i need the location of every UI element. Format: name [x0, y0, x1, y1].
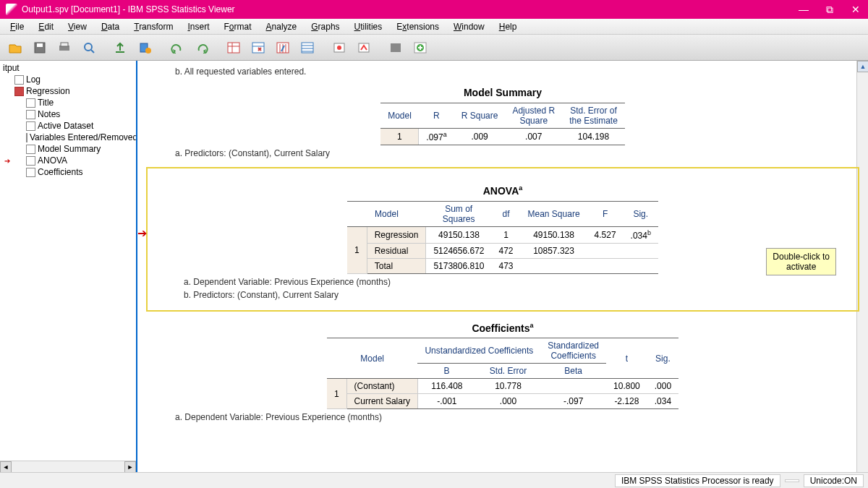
menubar: File Edit View Data Transform Insert For… [0, 19, 868, 35]
titlebar: Output1.spv [Document1] - IBM SPSS Stati… [0, 0, 868, 19]
tree-output[interactable]: itput [1, 62, 135, 74]
tree-coefficients[interactable]: Coefficients [1, 166, 135, 178]
menu-data[interactable]: Data [94, 20, 127, 33]
designate-icon[interactable] [328, 38, 350, 58]
tree-log[interactable]: Log [1, 74, 135, 85]
ms-hdr-model: Model [380, 103, 419, 129]
an-label-reg: Regression [367, 226, 426, 243]
toolbar [0, 35, 868, 61]
an-hdr-sig: Sig. [624, 201, 658, 226]
menu-transform[interactable]: Transform [127, 20, 180, 33]
model-summary-table[interactable]: Model R R Square Adjusted RSquare Std. E… [380, 103, 625, 145]
an-tot-sig [624, 258, 658, 273]
anova-foot-a: a. Dependent Variable: Previous Experien… [184, 277, 851, 287]
svg-line-5 [91, 50, 94, 53]
tree-active-dataset[interactable]: Active Dataset [1, 120, 135, 132]
menu-analyze[interactable]: Analyze [259, 20, 305, 33]
menu-insert[interactable]: Insert [180, 20, 216, 33]
cf-const-b: 116.408 [417, 379, 475, 394]
page-icon [14, 75, 24, 85]
page-icon [26, 121, 35, 131]
svg-point-19 [337, 46, 341, 50]
tree-anova[interactable]: ANOVA [1, 155, 135, 166]
cf-const-sig: .000 [647, 379, 678, 394]
page-icon [26, 156, 35, 166]
scroll-up-icon[interactable]: ▲ [857, 61, 868, 72]
scroll-right-icon[interactable]: ► [124, 461, 136, 472]
menu-graphs[interactable]: Graphs [304, 20, 346, 33]
open-icon[interactable] [4, 38, 26, 58]
undo-icon[interactable] [166, 38, 188, 58]
menu-file[interactable]: File [3, 20, 31, 33]
main-area: itput Log Regression Title Notes Active … [0, 61, 868, 472]
an-hdr-model: Model [347, 201, 426, 226]
close-button[interactable]: ✕ [849, 3, 862, 16]
menu-extensions[interactable]: Extensions [389, 20, 446, 33]
sidebar-hscroll[interactable]: ◄ ► [0, 461, 136, 472]
cf-label-const: (Constant) [346, 379, 417, 394]
an-res-df: 472 [491, 243, 520, 258]
cf-hdr-beta: Beta [540, 364, 606, 379]
ms-hdr-r: R [419, 103, 454, 129]
ms-r: .097a [419, 129, 454, 145]
cf-cs-sig: .034 [647, 394, 678, 409]
cf-hdr-model: Model [327, 338, 418, 379]
tree-model-summary[interactable]: Model Summary [1, 143, 135, 155]
goto-case-icon[interactable] [247, 38, 269, 58]
an-tot-df: 473 [491, 258, 520, 273]
an-reg-sig: .034b [624, 226, 658, 243]
print-icon[interactable] [54, 38, 75, 58]
launch-icon[interactable] [353, 38, 375, 58]
ms-hdr-adj: Adjusted RSquare [505, 103, 562, 129]
status-processor: IBM SPSS Statistics Processor is ready [615, 474, 780, 487]
menu-edit[interactable]: Edit [31, 20, 61, 33]
coefficients-table[interactable]: Model Unstandardized Coefficients Standa… [327, 338, 678, 409]
svg-rect-1 [37, 43, 43, 47]
page-icon [26, 145, 35, 154]
cf-hdr-b: B [417, 364, 475, 379]
svg-point-4 [85, 43, 92, 51]
ms-hdr-r2: R Square [454, 103, 506, 129]
cf-cs-beta: -.097 [540, 394, 606, 409]
an-tot-f [587, 258, 624, 273]
recall-icon[interactable] [135, 38, 156, 58]
minimize-button[interactable]: — [797, 3, 810, 16]
tree-vars-entered[interactable]: Variables Entered/Removed [1, 132, 135, 143]
anova-foot-b: b. Predictors: (Constant), Current Salar… [184, 290, 851, 300]
an-reg-df: 1 [491, 226, 520, 243]
menu-help[interactable]: Help [492, 20, 524, 33]
cf-model: 1 [327, 379, 346, 409]
svg-rect-8 [228, 43, 239, 53]
menu-format[interactable]: Format [217, 20, 259, 33]
outline-pane[interactable]: itput Log Regression Title Notes Active … [0, 61, 137, 472]
menu-view[interactable]: View [61, 20, 94, 33]
svg-rect-21 [391, 43, 401, 52]
status-spacer [785, 479, 799, 482]
menu-utilities[interactable]: Utilities [347, 20, 390, 33]
activate-tooltip: Double-click toactivate [766, 248, 836, 275]
menu-window[interactable]: Window [446, 20, 492, 33]
maximize-button[interactable]: ⧉ [823, 3, 836, 16]
preview-icon[interactable] [78, 38, 100, 58]
goto-data-icon[interactable] [223, 38, 244, 58]
an-label-tot: Total [367, 258, 426, 273]
svg-rect-3 [61, 43, 68, 46]
export-icon[interactable] [110, 38, 132, 58]
add-icon[interactable] [409, 38, 431, 58]
an-reg-ms: 49150.138 [521, 226, 587, 243]
anova-selection[interactable]: ➔ ANOVAa Model Sum ofSquares df Mean Squ… [146, 167, 859, 312]
anova-table[interactable]: Model Sum ofSquares df Mean Square F Sig… [347, 201, 658, 274]
an-reg-ss: 49150.138 [426, 226, 492, 243]
variables-icon[interactable] [272, 38, 294, 58]
content-pane[interactable]: ▲ b. All requested variables entered. Mo… [137, 61, 868, 472]
scroll-left-icon[interactable]: ◄ [0, 461, 12, 472]
redo-icon[interactable] [191, 38, 213, 58]
gray-tool-icon[interactable] [385, 38, 407, 58]
save-icon[interactable] [29, 38, 51, 58]
tree-notes[interactable]: Notes [1, 108, 135, 120]
tree-title[interactable]: Title [1, 97, 135, 108]
select-icon[interactable] [297, 38, 318, 58]
tree-regression[interactable]: Regression [1, 85, 135, 97]
an-model: 1 [347, 226, 367, 273]
cf-cs-t: -2.128 [606, 394, 647, 409]
